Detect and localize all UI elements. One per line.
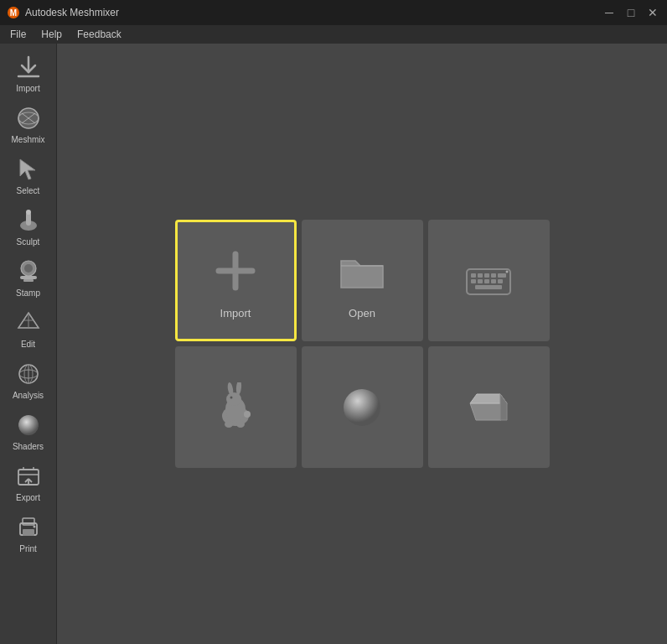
svg-marker-13: [20, 159, 35, 179]
tile-shape[interactable]: [428, 346, 550, 468]
analysis-icon: [13, 359, 44, 389]
shaders-icon: [13, 410, 44, 440]
tile-bunny[interactable]: [175, 346, 297, 468]
svg-rect-52: [478, 279, 483, 283]
tile-import[interactable]: Import: [175, 220, 297, 341]
select-icon: [13, 154, 44, 184]
tile-shape-icon: [459, 378, 518, 437]
svg-rect-40: [23, 529, 34, 536]
export-icon: [13, 461, 44, 491]
svg-rect-48: [484, 273, 489, 278]
sidebar-item-import[interactable]: Import: [3, 47, 54, 96]
tile-keyboard[interactable]: [428, 220, 550, 341]
title-bar: M Autodesk Meshmixer ─ □ ✕: [0, 0, 667, 25]
sidebar-analysis-label: Analysis: [13, 391, 44, 400]
stamp-icon: [13, 257, 44, 287]
svg-rect-51: [471, 279, 476, 283]
sidebar-edit-label: Edit: [21, 340, 35, 349]
sidebar-print-label: Print: [19, 544, 37, 553]
tile-open-icon: [333, 242, 391, 300]
tile-sphere-icon: [333, 378, 391, 437]
sidebar-export-label: Export: [16, 493, 40, 502]
sidebar-import-label: Import: [16, 84, 39, 93]
menu-file[interactable]: File: [3, 27, 33, 42]
svg-rect-54: [491, 279, 496, 283]
tile-import-label: Import: [220, 307, 251, 319]
svg-rect-20: [23, 279, 34, 282]
minimize-button[interactable]: ─: [602, 5, 617, 20]
tile-open[interactable]: Open: [302, 220, 423, 341]
sidebar-item-export[interactable]: Export: [3, 456, 54, 506]
svg-text:M: M: [10, 8, 17, 18]
sidebar-item-select[interactable]: Select: [3, 149, 54, 199]
svg-point-66: [230, 396, 233, 398]
app-body: Import Meshmix: [0, 44, 667, 644]
sidebar-shaders-label: Shaders: [13, 442, 44, 451]
menu-feedback[interactable]: Feedback: [70, 27, 128, 42]
svg-rect-46: [471, 273, 476, 278]
svg-point-67: [344, 389, 380, 426]
svg-point-31: [18, 415, 39, 435]
svg-rect-49: [491, 273, 496, 278]
sidebar-item-sculpt[interactable]: Sculpt: [3, 200, 54, 250]
sidebar-meshmix-label: Meshmix: [11, 135, 44, 144]
meshmix-icon: [13, 103, 44, 133]
menu-bar: File Help Feedback: [0, 25, 667, 44]
close-button[interactable]: ✕: [645, 5, 660, 20]
print-icon: [13, 512, 44, 543]
main-content: Import Open: [57, 44, 667, 644]
sidebar-item-shaders[interactable]: Shaders: [3, 405, 54, 454]
edit-icon: [13, 308, 44, 338]
svg-rect-53: [484, 279, 489, 283]
tile-open-label: Open: [349, 307, 375, 319]
title-bar-left: M Autodesk Meshmixer: [7, 6, 119, 19]
menu-help[interactable]: Help: [34, 27, 69, 42]
svg-point-42: [33, 526, 35, 528]
svg-rect-56: [475, 285, 502, 289]
tile-import-icon: [206, 242, 265, 300]
sculpt-icon: [13, 205, 44, 236]
sidebar-item-stamp[interactable]: Stamp: [3, 252, 54, 301]
svg-point-63: [244, 411, 251, 418]
sidebar-stamp-label: Stamp: [16, 288, 40, 298]
sidebar-item-print[interactable]: Print: [3, 507, 54, 557]
sidebar-item-meshmix[interactable]: Meshmix: [3, 98, 54, 148]
tile-sphere[interactable]: [302, 346, 423, 468]
svg-point-64: [225, 421, 233, 428]
title-bar-controls: ─ □ ✕: [602, 5, 660, 20]
sidebar-sculpt-label: Sculpt: [17, 237, 40, 247]
tile-keyboard-icon: [459, 252, 518, 310]
svg-rect-50: [498, 273, 506, 278]
svg-rect-47: [478, 273, 483, 278]
svg-point-18: [24, 264, 33, 273]
maximize-button[interactable]: □: [623, 5, 639, 20]
svg-marker-70: [500, 394, 507, 420]
import-icon: [13, 52, 44, 82]
sidebar-item-edit[interactable]: Edit: [3, 303, 54, 352]
tile-bunny-icon: [206, 378, 265, 437]
svg-point-16: [26, 210, 31, 215]
svg-rect-55: [498, 279, 503, 283]
svg-point-65: [236, 421, 245, 428]
svg-point-57: [506, 270, 509, 273]
sidebar-item-analysis[interactable]: Analysis: [3, 354, 54, 403]
tile-grid: Import Open: [175, 220, 550, 468]
sidebar-select-label: Select: [17, 186, 40, 195]
app-icon: M: [7, 6, 20, 19]
title-bar-title: Autodesk Meshmixer: [25, 7, 119, 18]
sidebar: Import Meshmix: [0, 44, 57, 644]
svg-rect-19: [20, 276, 37, 279]
